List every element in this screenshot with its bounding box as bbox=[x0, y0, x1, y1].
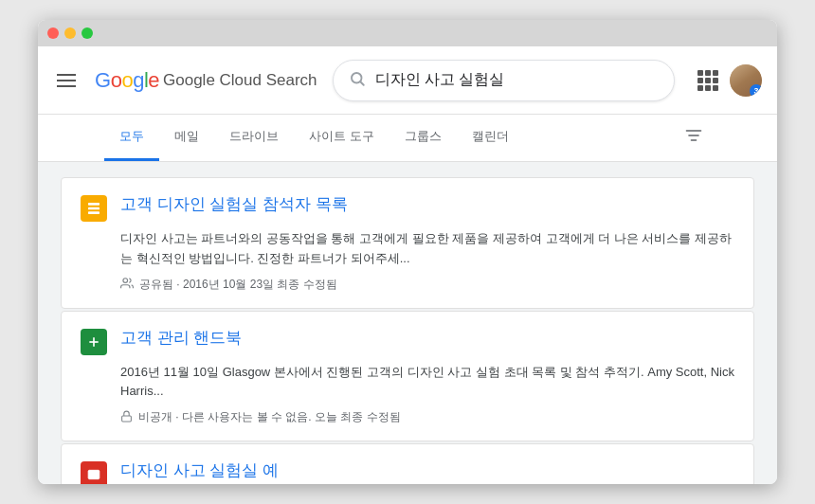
cloud-search-logo-text: Google Cloud Search bbox=[163, 71, 317, 90]
search-bar[interactable] bbox=[333, 60, 675, 101]
apps-icon[interactable] bbox=[697, 70, 718, 91]
svg-rect-11 bbox=[122, 416, 132, 422]
filter-icon[interactable] bbox=[677, 118, 711, 157]
result-2-body: 2016년 11월 10일 Glasgow 본사에서 진행된 고객의 디자인 사… bbox=[81, 363, 734, 426]
maximize-button[interactable] bbox=[82, 27, 93, 39]
tab-calendar[interactable]: 캘린더 bbox=[457, 115, 524, 161]
svg-line-1 bbox=[360, 81, 363, 84]
close-button[interactable] bbox=[47, 27, 59, 39]
svg-rect-5 bbox=[88, 203, 100, 206]
result-1-title[interactable]: 고객 디자인 실험실 참석자 목록 bbox=[120, 193, 348, 216]
tab-drive[interactable]: 드라이브 bbox=[214, 115, 294, 161]
result-card-1: 고객 디자인 실험실 참석자 목록 디자인 사고는 파트너와의 공동작업을 통해… bbox=[61, 177, 754, 309]
result-card-2: 고객 관리 핸드북 2016년 11월 10일 Glasgow 본사에서 진행된… bbox=[61, 311, 754, 442]
results-area: 고객 디자인 실험실 참석자 목록 디자인 사고는 파트너와의 공동작업을 통해… bbox=[38, 162, 777, 484]
svg-rect-7 bbox=[88, 211, 100, 214]
result-1-meta-text: 공유됨 · 2016년 10월 23일 최종 수정됨 bbox=[139, 277, 337, 293]
menu-button[interactable] bbox=[53, 70, 80, 91]
result-2-meta: 비공개 · 다른 사용자는 볼 수 없음. 오늘 최종 수정됨 bbox=[120, 409, 734, 425]
header-actions: 3 bbox=[697, 64, 762, 97]
result-3-header: 디자인 사고 실험실 예 bbox=[81, 459, 734, 484]
tab-groups[interactable]: 그룹스 bbox=[389, 115, 457, 161]
svg-rect-6 bbox=[88, 207, 100, 210]
tabs-bar: 모두 메일 드라이브 사이트 도구 그룹스 캘린더 bbox=[38, 115, 777, 162]
result-2-snippet: 2016년 11월 10일 Glasgow 본사에서 진행된 고객의 디자인 사… bbox=[120, 363, 734, 403]
minimize-button[interactable] bbox=[64, 27, 76, 39]
people-icon bbox=[120, 277, 134, 293]
search-input[interactable] bbox=[375, 72, 659, 89]
svg-point-8 bbox=[123, 278, 128, 282]
result-1-snippet: 디자인 사고는 파트너와의 공동작업을 통해 고객에게 필요한 제품을 제공하여… bbox=[120, 229, 734, 269]
search-icon bbox=[349, 70, 366, 91]
result-card-3: 디자인 사고 실험실 예 bbox=[61, 443, 754, 484]
result-3-title[interactable]: 디자인 사고 실험실 예 bbox=[120, 459, 279, 482]
avatar-badge: 3 bbox=[750, 84, 762, 97]
header: Google Google Cloud Search bbox=[38, 46, 777, 115]
result-2-header: 고객 관리 핸드북 bbox=[81, 327, 734, 355]
app-window: Google Google Cloud Search bbox=[38, 20, 777, 484]
result-1-icon bbox=[81, 195, 107, 222]
tab-mail[interactable]: 메일 bbox=[159, 115, 214, 161]
avatar[interactable]: 3 bbox=[730, 64, 762, 97]
tab-all[interactable]: 모두 bbox=[104, 115, 159, 161]
result-3-icon bbox=[81, 461, 107, 484]
result-2-meta-text: 비공개 · 다른 사용자는 볼 수 없음. 오늘 최종 수정됨 bbox=[138, 409, 401, 425]
lock-icon bbox=[120, 410, 133, 425]
tab-sites[interactable]: 사이트 도구 bbox=[294, 115, 389, 161]
google-logo-text: Google bbox=[95, 68, 159, 93]
result-1-header: 고객 디자인 실험실 참석자 목록 bbox=[81, 193, 734, 222]
logo: Google Google Cloud Search bbox=[95, 68, 317, 93]
result-2-icon bbox=[81, 329, 107, 355]
result-1-meta: 공유됨 · 2016년 10월 23일 최종 수정됨 bbox=[120, 277, 734, 293]
titlebar bbox=[38, 20, 777, 46]
result-2-title[interactable]: 고객 관리 핸드북 bbox=[120, 327, 242, 350]
result-1-body: 디자인 사고는 파트너와의 공동작업을 통해 고객에게 필요한 제품을 제공하여… bbox=[81, 229, 734, 293]
